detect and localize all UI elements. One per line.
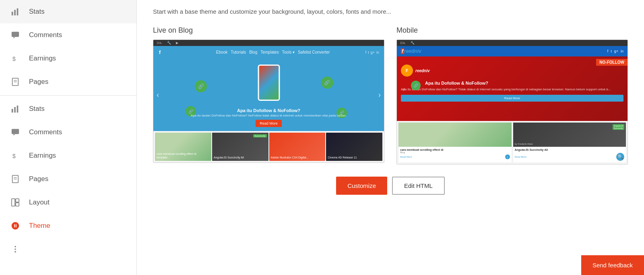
page-icon [10,77,21,86]
sidebar: Stats Comments $ Earnings Pages Stats Co… [0,0,137,275]
sidebar-item-label: Pages [29,175,48,183]
live-on-blog-label: Live on Blog [153,26,384,35]
mobile-logo: freedniv [401,48,421,54]
mobile-prev-arrow[interactable]: ‹ [403,85,405,92]
svg-rect-10 [14,107,16,112]
more-icon [10,245,21,254]
previews-row: Live on Blog ⟨OL 🔧 ▶ freedniv Ebook Tuto… [153,26,628,165]
mobile-social-icons: f t g+ in [607,49,623,53]
sidebar-item-stats-2[interactable]: Stats [0,97,136,121]
dollar-icon-2: $ [10,151,21,160]
bar-chart-icon [10,7,21,16]
post-thumb-3: Adobe Illustrator CS4 Digital... [269,133,326,161]
mobile-search-btn[interactable]: 🔍 [616,153,624,161]
bar-chart-icon-2 [10,104,21,113]
mobile-post-info-btn-1[interactable]: i [505,154,510,159]
svg-rect-19 [16,199,19,202]
mobile-logo-text: reedniv [415,69,430,73]
sidebar-item-label: Stats [29,8,45,16]
mobile-topbar: ⟨OL 🔧 [397,40,627,46]
sidebar-item-earnings-1[interactable]: $ Earnings [0,47,136,70]
mobile-header: freedniv f t g+ in [397,46,627,56]
sidebar-item-label: Pages [29,78,48,86]
edit-html-button[interactable]: Edit HTML [392,177,445,195]
post-thumb-4: Cinema 4D Release 11 [326,133,382,161]
mobile-post-title-2: AngularJS Succinctly All [515,148,625,151]
teal-dot [373,120,381,128]
post-thumb-1: cara membuat scrolling effect di templat… [155,133,211,161]
sidebar-item-earnings-2[interactable]: $ Earnings [0,144,136,167]
mobile-next-arrow[interactable]: › [627,85,628,92]
blog-nav: Ebook Tutorials Blog Templates Tools ▾ S… [216,50,330,54]
mobile-preview: ⟨OL 🔧 freedniv f t g+ in [396,40,628,165]
hero-next-arrow[interactable]: › [378,91,381,99]
svg-marker-4 [13,37,15,39]
hero-caption: Apa itu Dofollow & NoFollow? Apa itu tau… [153,108,384,127]
mobile-col: Mobile ⟨OL 🔧 freedniv f t g+ in [396,26,628,165]
svg-rect-3 [12,32,19,37]
mobile-post-1: cara membuat scrolling effect di Blog Re… [398,122,512,163]
blog-header-social: ftg+in [365,50,379,54]
sidebar-item-label: Theme [29,222,50,230]
mobile-hero-title: Apa itu Dofollow & NoFollow? [425,81,623,85]
layout-icon [10,198,21,207]
svg-rect-18 [12,199,15,206]
sidebar-item-comments-1[interactable]: Comments [0,23,136,47]
svg-rect-0 [12,12,13,15]
action-buttons-row: Customize Edit HTML [153,177,628,195]
post-thumb-2: Succinctly AngularJS Succinctly All [212,133,268,161]
main-content: Start with a base theme and customize yo… [137,0,644,275]
theme-icon [10,221,21,230]
svg-text:$: $ [12,153,16,159]
svg-point-23 [14,251,16,253]
sidebar-item-label: Earnings [29,54,56,62]
sidebar-item-comments-2[interactable]: Comments [0,121,136,144]
sidebar-item-label: Comments [29,128,62,136]
blog-preview: ⟨OL 🔧 ▶ freedniv Ebook Tutorials Blog Te… [153,40,384,163]
sidebar-item-theme[interactable]: Theme [0,214,136,237]
mobile-post-title-1: cara membuat scrolling effect di [400,148,510,151]
mobile-post-body-1: cara membuat scrolling effect di Blog Re… [398,147,512,161]
mobile-logo-circle: F [401,65,413,77]
svg-rect-20 [16,203,19,206]
mobile-hero: NO-FOLLOW F reedniv 🔗 Apa itu Dofollow &… [397,56,627,121]
sidebar-item-pages-2[interactable]: Pages [0,167,136,191]
sidebar-item-stats-1[interactable]: Stats [0,0,136,23]
link-icon-2: 🔗 [321,77,333,89]
page-icon-2 [10,175,21,183]
send-feedback-button[interactable]: Send feedback [581,255,644,275]
svg-marker-13 [13,134,15,136]
blog-posts-strip: cara membuat scrolling effect di templat… [153,131,384,162]
svg-rect-9 [12,109,13,112]
mobile-post-readmore-2[interactable]: Read More [515,156,527,158]
sidebar-item-more[interactable] [0,237,136,261]
mobile-read-more-btn[interactable]: Read More [401,95,623,102]
svg-text:$: $ [12,56,16,62]
hero-arrows: ‹ › [153,91,384,99]
mobile-post-badge: AngularJSSuccinctly [613,124,624,130]
mobile-post-body-2: AngularJS Succinctly All Read More 🔍 [513,147,626,162]
hero-prev-arrow[interactable]: ‹ [157,91,159,99]
mobile-posts: cara membuat scrolling effect di Blog Re… [397,121,627,164]
svg-rect-1 [14,10,16,15]
mobile-nofol-badge: NO-FOLLOW [596,59,627,66]
mobile-post-img-2: AngularJSSuccinctly by Frederik Dietz [513,123,626,147]
svg-rect-11 [17,106,19,112]
dollar-icon: $ [10,54,21,63]
hero-read-more-btn[interactable]: Read More [256,120,282,127]
blog-topbar: ⟨OL 🔧 ▶ [153,40,384,46]
svg-rect-12 [12,129,19,134]
customize-button[interactable]: Customize [336,177,387,195]
blog-header: freedniv Ebook Tutorials Blog Templates … [153,46,384,58]
sidebar-item-label: Stats [29,105,45,113]
sidebar-item-pages-1[interactable]: Pages [0,70,136,94]
mobile-post-readmore-1[interactable]: Read More [400,156,412,158]
topbar-icon-1: ⟨OL [157,41,162,45]
svg-point-22 [14,248,16,250]
mobile-hero-arrows: ‹ › [401,85,628,92]
comment-icon [10,31,21,40]
hero-title: Apa itu Dofollow & NoFollow? [153,108,384,113]
sidebar-item-layout[interactable]: Layout [0,191,136,214]
sidebar-item-label: Comments [29,31,62,39]
hero-desc: Apa itu tautan DoFollow dan NoFollow? No… [153,114,384,117]
